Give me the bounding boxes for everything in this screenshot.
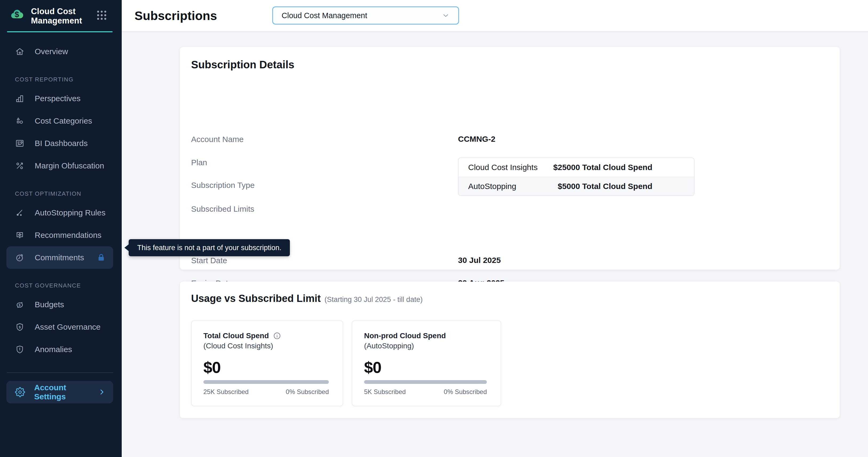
- account-name-label: Account Name: [191, 135, 244, 144]
- page-header: Subscriptions Cloud Cost Management: [122, 0, 868, 32]
- usage-card: Usage vs Subscribed Limit (Starting 30 J…: [180, 282, 840, 418]
- sidebar-item-budgets[interactable]: $ Budgets: [0, 293, 122, 316]
- cloud-cost-logo-icon: $: [8, 7, 26, 21]
- autostopping-icon: [15, 208, 25, 218]
- sidebar-item-label: Commitments: [35, 253, 84, 262]
- sidebar-item-anomalies[interactable]: Anomalies: [0, 338, 122, 361]
- mini-card-title-text: Non-prod Cloud Spend: [364, 332, 446, 340]
- sidebar-section-cost-governance: COST GOVERNANCE: [0, 278, 122, 293]
- mini-card-title-text: Total Cloud Spend: [204, 332, 269, 340]
- subscribed-limits-label: Subscribed Limits: [191, 205, 254, 214]
- start-date-label: Start Date: [191, 256, 227, 265]
- sidebar-item-label: Asset Governance: [35, 323, 101, 332]
- dashboard-image-icon: [15, 139, 25, 148]
- account-name-value: CCMNG-2: [458, 134, 495, 144]
- lock-icon: [97, 253, 106, 262]
- usage-title: Usage vs Subscribed Limit: [191, 293, 321, 304]
- sidebar-item-label: Budgets: [35, 300, 64, 309]
- sidebar-item-label: AutoStopping Rules: [35, 208, 105, 217]
- svg-text:$: $: [19, 303, 21, 307]
- sidebar-item-label: Recommendations: [35, 231, 101, 240]
- percent-icon: [15, 161, 25, 171]
- sidebar-item-label: Margin Obfuscation: [35, 161, 104, 170]
- shapes-icon: [15, 116, 25, 126]
- sidebar-item-perspectives[interactable]: Perspectives: [0, 87, 122, 110]
- home-icon: [15, 47, 25, 56]
- piggy-bank-icon: $: [15, 300, 25, 309]
- module-selector-value: Cloud Cost Management: [282, 11, 367, 20]
- sidebar: $ Cloud Cost Management Overview COST RE…: [0, 0, 122, 457]
- progress-bar: [364, 380, 487, 384]
- subscription-details-title: Subscription Details: [191, 59, 294, 71]
- app-title: Cloud Cost Management: [31, 7, 98, 25]
- sidebar-item-account-settings[interactable]: Account Settings: [6, 381, 113, 403]
- subscription-details-card: Subscription Details Account Name CCMNG-…: [180, 47, 840, 270]
- commitments-history-icon: [15, 253, 25, 263]
- shield-alert-icon: [15, 345, 25, 354]
- sidebar-item-label: Cost Categories: [35, 116, 92, 125]
- recommendations-icon: [15, 231, 25, 240]
- sku-name: AutoStopping: [468, 182, 516, 191]
- sidebar-item-label: Overview: [35, 47, 68, 56]
- usage-title-row: Usage vs Subscribed Limit (Starting 30 J…: [191, 293, 423, 304]
- subscribed-amount: 5K Subscribed: [364, 388, 406, 396]
- start-date-value: 30 Jul 2025: [458, 256, 501, 265]
- dollar-glyph: $: [15, 10, 19, 19]
- svg-text:$: $: [19, 325, 21, 329]
- sidebar-item-cost-categories[interactable]: Cost Categories: [0, 110, 122, 132]
- chevron-right-icon: [98, 388, 106, 396]
- sidebar-section-cost-optimization: COST OPTIMIZATION: [0, 186, 122, 202]
- subscribed-amount: 25K Subscribed: [204, 388, 248, 396]
- mini-card-title: Total Cloud Spend: [204, 332, 281, 340]
- sku-name: Cloud Cost Insights: [468, 163, 537, 172]
- module-selector-dropdown[interactable]: Cloud Cost Management: [272, 6, 459, 25]
- subscription-type-label: Subscription Type: [191, 181, 255, 190]
- sidebar-item-label: BI Dashboards: [35, 139, 88, 148]
- plan-label: Plan: [191, 158, 207, 167]
- table-row: Cloud Cost Insights $25000 Total Cloud S…: [459, 158, 694, 177]
- spend-value: $0: [364, 358, 381, 377]
- sidebar-nav: Overview COST REPORTING Perspectives Cos…: [0, 32, 122, 361]
- table-row: AutoStopping $5000 Total Cloud Spend: [459, 177, 694, 195]
- bar-chart-icon: [15, 94, 25, 103]
- sidebar-item-overview[interactable]: Overview: [0, 40, 122, 63]
- spend-value: $0: [204, 358, 221, 377]
- progress-bar: [204, 380, 329, 384]
- progress-fill: [204, 380, 329, 384]
- page-title: Subscriptions: [134, 8, 217, 23]
- nonprod-cloud-spend-card: Non-prod Cloud Spend (AutoStopping) $0 5…: [352, 320, 501, 406]
- total-cloud-spend-card: Total Cloud Spend (Cloud Cost Insights) …: [191, 320, 343, 406]
- sidebar-item-asset-governance[interactable]: $ Asset Governance: [0, 316, 122, 338]
- sidebar-item-label: Account Settings: [34, 383, 98, 401]
- sidebar-item-bi-dashboards[interactable]: BI Dashboards: [0, 132, 122, 155]
- sidebar-divider: [7, 372, 113, 373]
- mini-card-subtitle: (AutoStopping): [364, 342, 414, 350]
- tooltip-text: This feature is not a part of your subsc…: [137, 244, 281, 252]
- sku-limit: $25000 Total Cloud Spend: [553, 163, 684, 172]
- info-icon[interactable]: [273, 332, 281, 340]
- subscribed-percent: 0% Subscribed: [286, 388, 329, 396]
- sidebar-item-margin-obfuscation[interactable]: Margin Obfuscation: [0, 155, 122, 177]
- sku-limit: $5000 Total Cloud Spend: [558, 182, 684, 191]
- sidebar-section-cost-reporting: COST REPORTING: [0, 72, 122, 87]
- usage-subtitle: (Starting 30 Jul 2025 - till date): [324, 296, 423, 304]
- chevron-down-icon: [442, 11, 450, 20]
- shield-dollar-icon: $: [15, 322, 25, 332]
- sidebar-item-label: Anomalies: [35, 345, 72, 354]
- progress-fill: [364, 380, 487, 384]
- subscription-lock-tooltip: This feature is not a part of your subsc…: [129, 239, 290, 256]
- sidebar-item-autostopping-rules[interactable]: AutoStopping Rules: [0, 202, 122, 224]
- sidebar-item-label: Perspectives: [35, 94, 81, 103]
- sidebar-item-recommendations[interactable]: Recommendations: [0, 224, 122, 246]
- sidebar-item-commitments[interactable]: Commitments: [6, 246, 113, 269]
- gear-icon: [15, 387, 25, 397]
- app-switcher-icon[interactable]: [96, 9, 108, 21]
- brand: $ Cloud Cost Management: [0, 0, 122, 25]
- subscribed-percent: 0% Subscribed: [444, 388, 487, 396]
- subscribed-limits-table: Cloud Cost Insights $25000 Total Cloud S…: [458, 157, 694, 196]
- mini-card-subtitle: (Cloud Cost Insights): [204, 342, 273, 350]
- mini-card-title: Non-prod Cloud Spend: [364, 332, 446, 340]
